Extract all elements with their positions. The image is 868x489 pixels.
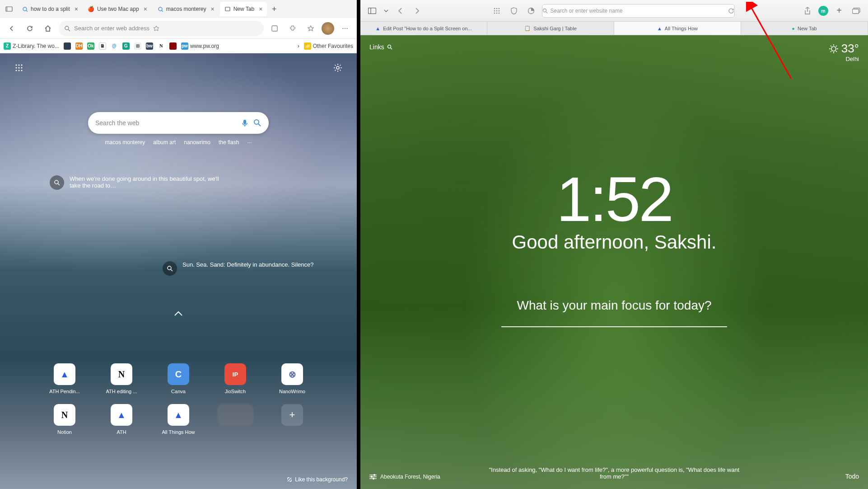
address-bar[interactable]: Search or enter web address (59, 21, 264, 36)
tab-label: how to do a split (31, 6, 70, 12)
svg-rect-1 (7, 7, 7, 11)
svg-point-11 (19, 65, 20, 66)
svg-point-13 (16, 67, 17, 69)
edge-tab-0[interactable]: how to do a split× (17, 2, 83, 16)
news-card-1[interactable]: When we're done going around in this bea… (50, 175, 221, 190)
ql-allthingshow[interactable]: ▲All Things How (154, 404, 202, 435)
search-placeholder: Search the web (95, 119, 236, 127)
chevron-right-icon[interactable]: › (298, 43, 299, 49)
reload-icon[interactable] (728, 8, 734, 14)
ql-ath[interactable]: ▲ATH (98, 404, 145, 435)
privacy-report-icon[interactable] (525, 5, 537, 17)
bookmarks-bar: ZZ-Library. The wo... DH Ok 🗎 @ G ⊞ bw N… (0, 39, 357, 53)
momentum-todo[interactable]: Todo (845, 473, 859, 480)
trending-1[interactable]: album art (153, 139, 176, 146)
trending-more[interactable]: ··· (247, 139, 252, 146)
refresh-button[interactable] (23, 21, 37, 36)
trending-3[interactable]: the flash (219, 139, 239, 146)
momentum-focus[interactable]: What is your main focus for today? (501, 298, 727, 327)
safari-tab-1[interactable]: 📋Sakshi Garg | Table (487, 22, 614, 35)
tab-label: New Tab (233, 6, 254, 12)
weather-location: Delhi (829, 56, 859, 62)
trending-0[interactable]: macos monterey (105, 139, 145, 146)
svg-point-44 (387, 45, 391, 48)
chevron-up-icon[interactable] (174, 311, 183, 316)
ql-add[interactable]: + (268, 404, 316, 435)
share-icon[interactable] (801, 5, 814, 17)
bookmark-6[interactable]: G (122, 42, 130, 50)
profile-avatar[interactable] (322, 22, 334, 35)
ql-jioswitch[interactable]: IPJioSwitch (211, 363, 259, 394)
bookmark-8[interactable]: bw (146, 42, 153, 50)
new-tab-button[interactable]: + (833, 5, 845, 17)
collections-icon[interactable] (267, 21, 282, 36)
other-favorites[interactable]: 📁Other Favourites (304, 42, 353, 50)
bookmark-11[interactable]: pwwww.pw.org (181, 42, 219, 50)
home-button[interactable] (41, 21, 55, 36)
momentum-links[interactable]: Links (369, 43, 392, 51)
close-icon[interactable]: × (75, 5, 78, 13)
tab-overview-icon[interactable] (850, 5, 863, 17)
ql-ath-pending[interactable]: ▲ATH Pendin... (41, 363, 89, 394)
mic-icon[interactable] (241, 119, 249, 127)
split-divider[interactable] (357, 0, 360, 489)
close-icon[interactable]: × (144, 5, 147, 13)
menu-button[interactable]: ··· (338, 21, 352, 36)
safari-tab-strip: ▲Edit Post "How to do a Split Screen on.… (360, 22, 868, 35)
clock: 1:52 (360, 163, 868, 236)
shield-icon[interactable] (508, 5, 520, 17)
news-card-2[interactable]: Sun. Sea. Sand: Definitely in abundance.… (163, 261, 314, 276)
settings-gear-icon[interactable] (332, 62, 343, 73)
search-icon[interactable] (253, 119, 261, 127)
tab-actions-icon[interactable] (2, 2, 16, 16)
ql-nanowrimo[interactable]: ⊗NanoWrimo (268, 363, 316, 394)
bookmark-4[interactable]: 🗎 (99, 42, 106, 50)
edge-tab-2[interactable]: macos monterey× (153, 2, 219, 16)
bookmark-7[interactable]: ⊞ (134, 42, 141, 50)
safari-tab-2[interactable]: ▲All Things How (614, 22, 741, 35)
ql-canva[interactable]: CCanva (154, 363, 202, 394)
ntp-search-box[interactable]: Search the web (88, 112, 269, 134)
focus-input-line[interactable] (501, 326, 727, 327)
trending-searches: macos monterey album art nanowrimo the f… (105, 139, 252, 146)
profile-avatar[interactable]: m (818, 6, 828, 16)
bookmark-5[interactable]: @ (111, 42, 118, 50)
svg-line-8 (68, 29, 70, 31)
like-background-link[interactable]: Like this background? (287, 476, 348, 483)
ql-blurred[interactable] (211, 404, 259, 435)
ql-notion[interactable]: NNotion (41, 404, 89, 435)
bookmark-10[interactable] (169, 42, 177, 50)
back-button[interactable] (394, 5, 406, 17)
momentum-weather[interactable]: 33° Delhi (829, 42, 859, 62)
bookmark-2[interactable]: DH (75, 42, 83, 50)
favorite-star-icon[interactable] (153, 25, 159, 32)
trending-2[interactable]: nanowrimo (184, 139, 210, 146)
ql-ath-editing[interactable]: NATH editing ... (98, 363, 145, 394)
tab-label: macos monterey (166, 6, 206, 12)
momentum-quote: "Instead of asking, "What do I want from… (487, 466, 741, 480)
close-icon[interactable]: × (211, 5, 215, 13)
favorites-icon[interactable] (303, 21, 318, 36)
start-page-icon[interactable] (490, 5, 503, 17)
svg-point-37 (496, 12, 497, 14)
bookmark-3[interactable]: Ok (87, 42, 94, 50)
chevron-down-icon[interactable] (383, 5, 389, 17)
bookmark-9[interactable]: N (158, 42, 165, 50)
bookmark-1[interactable] (64, 42, 71, 50)
forward-button[interactable] (411, 5, 424, 17)
new-tab-button[interactable]: + (268, 3, 280, 15)
safari-address-bar[interactable]: Search or enter website name (542, 4, 735, 18)
edge-tab-3[interactable]: New Tab× (220, 2, 267, 16)
momentum-photo-location[interactable]: Abeokuta Forest, Nigeria (369, 474, 440, 480)
bookmark-0[interactable]: ZZ-Library. The wo... (4, 42, 59, 50)
back-button[interactable] (5, 21, 19, 36)
edge-tab-1[interactable]: 🍎Use two Mac app× (84, 2, 152, 16)
extensions-icon[interactable] (285, 21, 300, 36)
close-icon[interactable]: × (259, 5, 262, 13)
safari-tab-0[interactable]: ▲Edit Post "How to do a Split Screen on.… (360, 22, 487, 35)
apps-grid-icon[interactable] (14, 62, 24, 73)
svg-line-5 (162, 10, 163, 12)
safari-tab-3[interactable]: ●New Tab (741, 22, 868, 35)
svg-point-36 (494, 12, 495, 14)
sidebar-icon[interactable] (366, 5, 378, 17)
